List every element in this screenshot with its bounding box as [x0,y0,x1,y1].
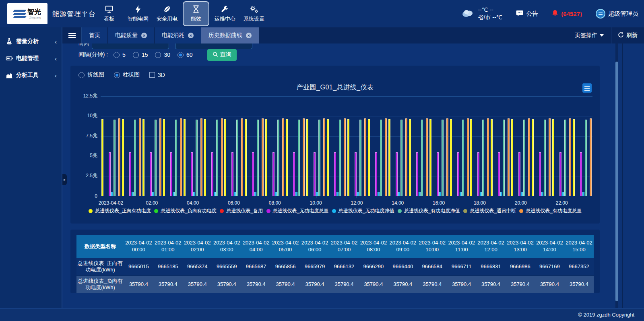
table-header-time: 2023-04-0201:00 [153,235,183,258]
nav-item-wrench[interactable]: 运维中心 [212,1,238,26]
refresh-button[interactable]: 刷新 [611,27,644,43]
x-axis-label: 12:00 [351,200,363,206]
nav-label: 看板 [104,15,114,23]
x-axis-label: 16:00 [433,200,445,206]
bar [582,192,584,196]
bar [191,152,193,196]
x-axis-label: 20:00 [515,200,527,206]
bar [457,152,459,196]
bar [355,152,357,196]
table-cell: 35790.4 [183,275,212,293]
tab-item-1[interactable]: 电能质量× [108,27,155,43]
table-header-time: 2023-04-0208:00 [359,235,388,258]
bar [500,192,502,196]
table-row: 总进线仪表_正向有功电度(kWh)96650159665185966537496… [76,258,594,275]
chart-type-option-0[interactable]: 折线图 [78,71,104,79]
legend-item-6[interactable]: 总进线仪表_通讯中断 [463,207,516,214]
bar [491,119,493,196]
interval-radio-30[interactable]: 30 [155,52,170,58]
close-icon[interactable]: × [188,33,194,38]
x-axis-tick [439,196,439,198]
legend-item-5[interactable]: 总进线仪表_有功电度净值 [398,207,460,214]
chevron-down-icon [600,34,604,37]
bar [257,120,259,196]
bar [375,152,377,196]
interval-radio-5[interactable]: 5 [114,52,126,58]
bar [282,118,284,196]
logo-text: 智光 [27,8,41,15]
chevron-left-icon: ‹ [55,55,57,62]
y-axis-label: 12.5兆 [72,93,97,99]
table-cell: 9665559 [212,258,242,275]
nav-item-monitor[interactable]: 看板 [96,1,122,26]
bar [265,119,267,196]
app-title: 能源管理平台 [52,0,96,27]
close-icon[interactable]: × [141,33,147,38]
alarm-button[interactable]: (64527) [552,10,582,18]
vertical-scrollbar[interactable] [615,43,618,308]
nav-item-hourglass[interactable]: 能效 [183,1,209,26]
nav-item-bolt[interactable]: 智能电网 [125,1,151,26]
table-cell: 35790.4 [124,275,153,293]
tab-operations-dropdown[interactable]: 页签操作 [568,27,611,43]
legend-item-4[interactable]: 总进线仪表_无功电度净值 [332,207,394,214]
panel-collapse-handle[interactable]: ▸ [62,174,67,185]
start-date-input[interactable]: 2023-04-02 [92,43,169,49]
sidebar-item-flask[interactable]: 需量分析‹ [0,35,62,48]
close-icon[interactable]: × [246,33,252,38]
legend-item-3[interactable]: 总进线仪表_无功电度总量 [266,207,329,214]
nav-label: 智能电网 [128,15,149,23]
bar [460,192,462,196]
search-button[interactable]: 查询 [207,49,237,61]
tab-item-3[interactable]: 历史数据曲线× [201,27,259,43]
bar-group-07:00 [244,90,264,196]
chart-type-option-1[interactable]: 柱状图 [114,71,140,79]
table-cell: 9666440 [388,258,417,275]
bar-group-15:00 [408,90,429,196]
tab-home[interactable]: 首页 [82,27,108,43]
bar [262,118,264,196]
sidebar-toggle-icon[interactable] [62,27,82,43]
nav-item-leaf[interactable]: 安全用电 [154,1,180,26]
x-axis-tick [152,196,152,198]
bar-group-21:00 [531,90,551,196]
tab-item-2[interactable]: 电能消耗× [155,27,201,43]
hourglass-icon [192,5,200,14]
table-header-time: 2023-04-0203:00 [212,235,242,258]
bar [439,192,441,196]
interval-radio-60[interactable]: 60 [178,52,193,58]
chart-type-option-2[interactable]: 3D [149,72,165,78]
scrollbar-thumb[interactable] [615,62,618,301]
x-axis-label: 2023-04-02 [99,200,123,206]
content-area: 时间 2023-04-02 2023-04-02 间隔(分钟) : 515306… [62,43,644,308]
bar-group-16:00 [429,90,449,196]
radio-icon [155,52,161,58]
bar [122,119,124,196]
bar [552,119,554,196]
bar [114,120,116,196]
legend-dot-icon [266,209,270,213]
x-axis-label: 22:00 [556,200,568,206]
notice-button[interactable]: 公告 [516,10,538,18]
legend-item-7[interactable]: 总进线仪表_有功电度总量 [519,207,582,214]
y-axis-label: 7.5兆 [72,133,97,139]
interval-radio-15[interactable]: 15 [133,52,148,58]
sidebar-item-area-chart[interactable]: 分析工具‹ [0,69,62,81]
end-date-input[interactable]: 2023-04-02 [175,43,252,49]
radio-icon [133,52,139,58]
logo[interactable]: 智光 Zhiguang [7,3,47,24]
legend-item-2[interactable]: 总进线仪表_备用 [220,207,263,214]
bar [426,118,428,196]
sidebar-item-battery[interactable]: 电能管理‹ [0,52,62,64]
cloud-icon [461,8,475,19]
bar [562,192,564,196]
bar [152,192,154,196]
bar [275,192,277,196]
bar [318,120,320,196]
nav-item-gear[interactable]: 系统设置 [241,1,267,26]
bar [184,119,186,196]
legend-item-1[interactable]: 总进线仪表_负向有功电度 [154,207,217,214]
user-menu[interactable]: 超级管理员 [596,9,638,19]
legend-item-0[interactable]: 总进线仪表_正向有功电度 [89,207,151,214]
bar [508,118,510,196]
